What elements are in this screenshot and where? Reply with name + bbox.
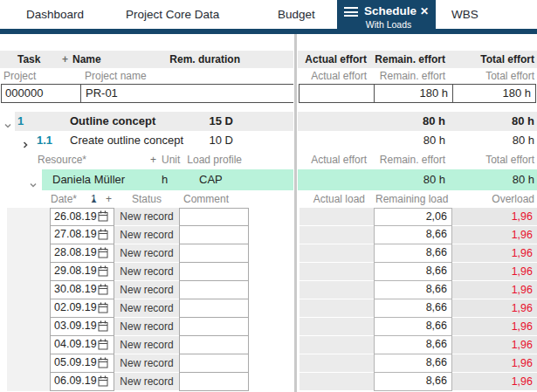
task-wbs-link[interactable]: 1.1 [37, 131, 52, 150]
col-rem-duration-label: Rem. duration [131, 51, 240, 68]
resource-name: Daniela Müller [52, 169, 125, 190]
effort-grid-header: Task + Name Rem. duration Actual effort … [0, 51, 537, 68]
overload-cell: 1,96 [452, 299, 537, 317]
effort-grid-subheader: Project Project name Actual effort Remai… [0, 68, 537, 84]
project-label: Project [3, 68, 36, 84]
tab-project-core-data[interactable]: Project Core Data [126, 8, 219, 21]
add-task-button[interactable]: + [62, 51, 68, 68]
actual-load-cell [299, 281, 374, 299]
remain-effort-sublabel: Remain. effort [367, 68, 445, 84]
status-cell: New record [114, 373, 179, 390]
project-remain-effort-input[interactable]: 180 h [374, 84, 453, 103]
remaining-load-input[interactable]: 8,66 [374, 263, 452, 281]
remaining-load-input[interactable]: 2,06 [374, 208, 452, 226]
comment-input[interactable] [179, 244, 249, 263]
col-comment-label: Comment [183, 191, 229, 208]
tab-schedule-active[interactable]: Schedule ✕ With Loads [337, 0, 436, 34]
active-tab-title-row: Schedule ✕ [337, 4, 436, 18]
close-tab-icon[interactable]: ✕ [420, 5, 429, 17]
tab-budget[interactable]: Budget [278, 8, 315, 21]
resource-load-profile: CAP [199, 169, 223, 190]
comment-input[interactable] [179, 354, 249, 373]
active-tab-label: Schedule [364, 4, 417, 17]
remaining-load-input[interactable]: 8,66 [374, 299, 452, 318]
col-remaining-load-label: Remaining load [375, 191, 448, 208]
task-remain-effort: 80 h [367, 112, 445, 131]
comment-input[interactable] [179, 299, 249, 318]
actual-effort-sublabel: Actual effort [295, 68, 367, 84]
col-actual-effort-label: Actual effort [295, 51, 367, 68]
comment-input[interactable] [179, 263, 249, 281]
tab-bar: Dashboard Project Core Data Budget WBS S… [0, 0, 537, 34]
task-wbs-link[interactable]: 1 [17, 112, 24, 131]
status-cell: New record [114, 208, 179, 225]
status-cell: New record [114, 318, 179, 335]
load-table-row: 06.09.19 New record 8,66 1,96 [0, 373, 537, 391]
actual-load-cell [299, 354, 374, 372]
task-total-effort: 80 h [447, 131, 534, 150]
comment-input[interactable] [179, 281, 249, 299]
comment-input[interactable] [179, 336, 249, 354]
resource-remain-effort-label: Remain. effort [367, 150, 445, 169]
comment-input[interactable] [179, 208, 249, 226]
load-rows: 26.08.19 New record 2,06 1,96 27.08.19 N… [0, 208, 537, 391]
project-actual-effort-input[interactable] [299, 84, 375, 103]
col-status-label: Status [114, 191, 179, 208]
comment-input[interactable] [179, 226, 249, 244]
status-cell: New record [114, 336, 179, 354]
overload-cell: 1,96 [452, 373, 537, 390]
load-table-row: 03.09.19 New record 8,66 1,96 [0, 318, 537, 336]
resource-header: Resource* + Unit Load profile Actual eff… [0, 150, 537, 169]
status-cell: New record [114, 263, 179, 280]
remaining-load-input[interactable]: 8,66 [374, 226, 452, 244]
resource-remain-effort: 80 h [367, 169, 445, 190]
load-table-row: 04.09.19 New record 8,66 1,96 [0, 336, 537, 354]
project-row: 000000 PR-01 180 h 180 h [0, 84, 537, 103]
load-table-row: 29.08.19 New record 8,66 1,96 [0, 263, 537, 281]
remaining-load-input[interactable]: 8,66 [374, 373, 452, 391]
col-task-label: Task [17, 51, 40, 68]
menu-icon[interactable] [344, 7, 358, 17]
overload-cell: 1,96 [452, 263, 537, 280]
remaining-load-input[interactable]: 8,66 [374, 336, 452, 354]
tab-dashboard[interactable]: Dashboard [26, 8, 84, 21]
actual-load-cell [299, 373, 374, 390]
status-cell: New record [114, 244, 179, 262]
overload-cell: 1,96 [452, 354, 537, 372]
actual-load-cell [299, 226, 374, 244]
remaining-load-input[interactable]: 8,66 [374, 318, 452, 336]
project-id-input[interactable]: 000000 [1, 84, 81, 103]
actual-load-cell [299, 244, 374, 262]
remaining-load-input[interactable]: 8,66 [374, 354, 452, 373]
load-table-row: 30.08.19 New record 8,66 1,96 [0, 281, 537, 299]
task-rem-duration: 15 D [146, 112, 233, 131]
project-name-label: Project name [85, 68, 147, 84]
comment-input[interactable] [179, 373, 249, 391]
task-row-1-1: 1.1 Create outline concept 10 D 80 h 80 … [0, 131, 537, 150]
resource-total-effort: 80 h [447, 169, 534, 190]
resource-unit: h [162, 169, 168, 190]
tab-wbs[interactable]: WBS [451, 8, 478, 21]
total-effort-sublabel: Total effort [447, 68, 534, 84]
resource-row-selected[interactable]: Daniela Müller h CAP 80 h 80 h [0, 169, 537, 190]
app-window: Dashboard Project Core Data Budget WBS S… [0, 0, 537, 392]
overload-cell: 1,96 [452, 226, 537, 244]
pane-divider[interactable] [293, 34, 298, 392]
load-table-row: 05.09.19 New record 8,66 1,96 [0, 354, 537, 373]
project-total-effort-input[interactable]: 180 h [452, 84, 536, 103]
load-table-row: 27.08.19 New record 8,66 1,96 [0, 226, 537, 244]
project-name-input[interactable]: PR-01 [80, 84, 294, 103]
load-table-row: 26.08.19 New record 2,06 1,96 [0, 208, 537, 226]
remaining-load-input[interactable]: 8,66 [374, 281, 452, 299]
status-cell: New record [114, 281, 179, 299]
active-tab-subtitle: With Loads [348, 19, 430, 30]
col-remain-effort-label: Remain. effort [367, 51, 445, 68]
actual-load-cell [299, 318, 374, 335]
task-rem-duration: 10 D [146, 131, 233, 150]
col-resource-label: Resource* [38, 150, 86, 169]
comment-input[interactable] [179, 318, 249, 336]
remaining-load-input[interactable]: 8,66 [374, 244, 452, 263]
add-load-row-button[interactable]: + [106, 191, 112, 208]
col-overload-label: Overload [447, 191, 534, 208]
sort-ascending-control[interactable]: 1▲ [91, 191, 97, 209]
